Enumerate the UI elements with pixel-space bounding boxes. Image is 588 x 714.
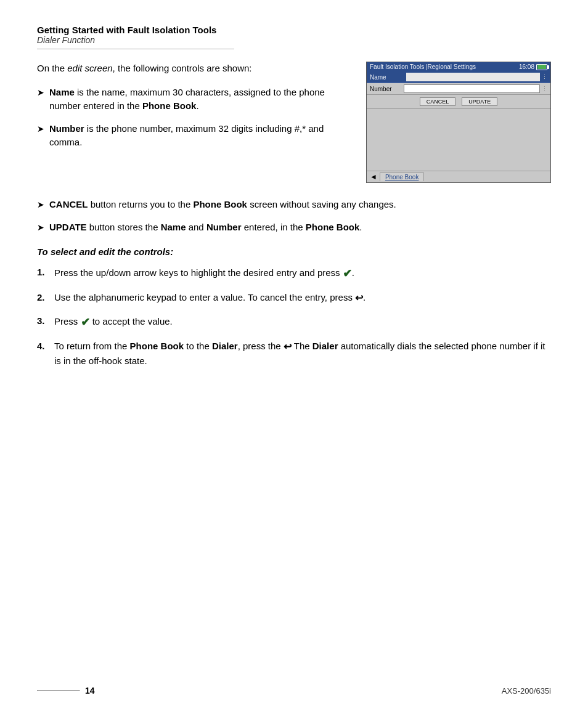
page: Getting Started with Fault Isolation Too… [0, 0, 588, 714]
device-number-dots: ⋮ [542, 86, 547, 92]
intro-before-italic: On the [37, 63, 67, 73]
cancel-label: CANCEL [49, 199, 88, 209]
check-icon-3: ✔ [81, 314, 90, 331]
update-text: UPDATE button stores the Name and Number… [49, 221, 362, 235]
step-number-2: 2. [37, 291, 54, 305]
update-name-ref: Name [161, 222, 186, 232]
device-battery-icon [536, 64, 547, 70]
device-name-row: Name ⋮ [367, 71, 550, 83]
bullet-name-label: Name [49, 87, 75, 97]
dialer-ref-1: Dialer [212, 341, 238, 351]
page-header-title: Getting Started with Fault Isolation Too… [37, 25, 551, 35]
device-name-label: Name [370, 74, 404, 81]
device-cancel-button[interactable]: CANCEL [420, 97, 456, 106]
bullet-number-label: Number [49, 123, 84, 134]
list-item: ➤ Number is the phone number, maximum 32… [37, 122, 348, 150]
device-number-input [404, 84, 540, 93]
list-item: ➤ Name is the name, maximum 30 character… [37, 86, 348, 113]
intro-text: On the edit screen, the following contro… [37, 62, 348, 76]
device-back-arrow-icon: ◄ [370, 172, 377, 181]
device-titlebar-title: Fault Isolation Tools |Regional Settings [370, 63, 476, 70]
cancel-section: ➤ CANCEL button returns you to the Phone… [37, 198, 551, 212]
step-number-1: 1. [37, 266, 54, 280]
lower-content: ➤ CANCEL button returns you to the Phone… [37, 198, 551, 368]
step-number-3: 3. [37, 314, 54, 328]
update-arrow-icon: ➤ [37, 221, 44, 234]
page-number: 14 [37, 686, 95, 696]
list-item: 3. Press ✔ to accept the value. [37, 314, 551, 331]
list-item: 4. To return from the Phone Book to the … [37, 339, 551, 368]
device-buttons-row: CANCEL UPDATE [367, 95, 550, 109]
step-1-text: Press the up/down arrow keys to highligh… [54, 266, 354, 282]
phone-book-ref-3: Phone Book [306, 222, 360, 232]
device-name-dots: ⋮ [542, 74, 547, 80]
device-number-label: Number [370, 86, 404, 92]
phone-book-ref-1: Phone Book [142, 100, 197, 111]
device-name-input [406, 73, 540, 81]
phone-book-ref-4: Phone Book [130, 341, 184, 351]
device-battery-fill [537, 65, 546, 69]
bullet-arrow-icon: ➤ [37, 123, 44, 136]
device-update-button[interactable]: UPDATE [462, 97, 497, 106]
page-number-text: 14 [85, 686, 95, 696]
dialer-ref-2: Dialer [312, 341, 338, 351]
device-footer: ◄ Phone Book [367, 171, 550, 182]
header-divider [37, 49, 234, 49]
cancel-arrow-icon: ➤ [37, 198, 44, 211]
list-item: 1. Press the up/down arrow keys to highl… [37, 266, 551, 282]
page-ref: AXS-200/635i [502, 686, 551, 696]
intro-italic: edit screen [67, 63, 112, 73]
to-select-heading: To select and edit the controls: [37, 246, 551, 257]
bullet-arrow-icon: ➤ [37, 86, 44, 99]
device-screenshot: Fault Isolation Tools |Regional Settings… [366, 62, 551, 183]
device-number-row: Number ⋮ [367, 83, 550, 95]
back-icon-2: ↩ [355, 291, 363, 306]
device-time-text: 16:08 [519, 63, 534, 70]
cancel-text: CANCEL button returns you to the Phone B… [49, 198, 396, 212]
page-header-subtitle: Dialer Function [37, 35, 551, 45]
footer-line [37, 690, 80, 691]
page-footer: 14 AXS-200/635i [37, 686, 551, 696]
device-main-area [367, 109, 550, 171]
step-number-4: 4. [37, 339, 54, 354]
step-4-text: To return from the Phone Book to the Dia… [54, 339, 551, 368]
update-label: UPDATE [49, 222, 87, 232]
device-titlebar: Fault Isolation Tools |Regional Settings… [367, 62, 550, 71]
update-section: ➤ UPDATE button stores the Name and Numb… [37, 221, 551, 235]
check-icon-1: ✔ [343, 266, 352, 282]
bullet-name-text: Name is the name, maximum 30 characters,… [49, 86, 348, 113]
step-2-text: Use the alphanumeric keypad to enter a v… [54, 291, 365, 306]
numbered-list: 1. Press the up/down arrow keys to highl… [37, 266, 551, 368]
content-area: On the edit screen, the following contro… [37, 62, 551, 183]
device-phonebook-tab[interactable]: Phone Book [380, 172, 425, 181]
update-number-ref: Number [206, 222, 242, 232]
intro-after-italic: , the following controls are shown: [113, 63, 252, 73]
back-icon-4: ↩ [284, 339, 292, 354]
phone-book-ref-2: Phone Book [193, 199, 247, 209]
bullet-list: ➤ Name is the name, maximum 30 character… [37, 86, 348, 150]
page-header: Getting Started with Fault Isolation Too… [37, 25, 551, 49]
bullet-number-text: Number is the phone number, maximum 32 d… [49, 122, 348, 150]
device-titlebar-time: 16:08 [519, 63, 547, 70]
step-3-text: Press ✔ to accept the value. [54, 314, 173, 331]
text-column: On the edit screen, the following contro… [37, 62, 348, 158]
list-item: 2. Use the alphanumeric keypad to enter … [37, 291, 551, 306]
